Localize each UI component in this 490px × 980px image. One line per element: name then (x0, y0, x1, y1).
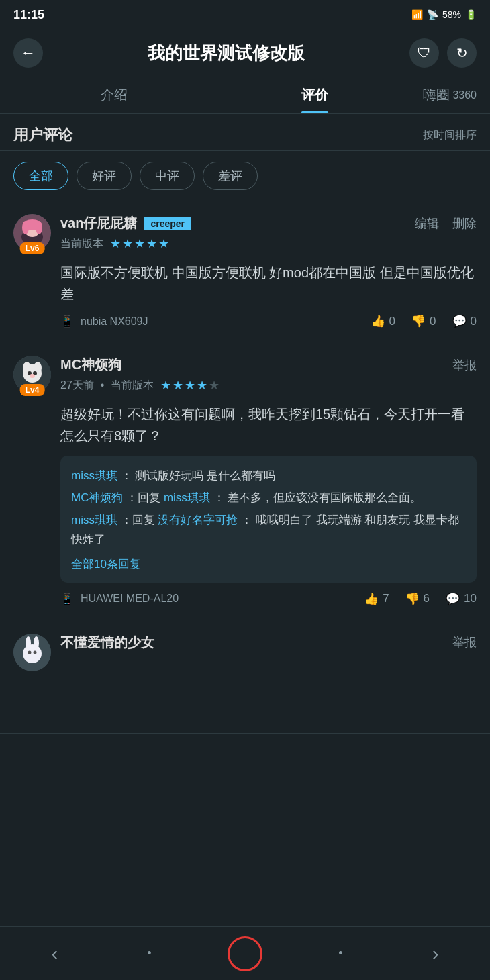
filter-all[interactable]: 全部 (13, 162, 68, 190)
like-icon-1: 👍 (371, 314, 385, 328)
dislike-count-2: 6 (424, 592, 430, 605)
stars-1: ★ ★ ★ ★ ★ (110, 236, 169, 251)
dislike-icon-1: 👎 (411, 314, 426, 328)
section-title: 用户评论 (13, 125, 72, 145)
footer-nav: ‹ • • › (0, 926, 490, 980)
status-icons: 📶 📡 58% 🔋 (411, 9, 477, 20)
reply-content-2-2: 差不多，但应该没有国际版那么全面。 (228, 491, 422, 504)
review-meta-3: 不懂爱情的少女 举报 (60, 634, 477, 656)
reply-sep-2-2b: ： (213, 491, 225, 504)
tab-review[interactable]: 评价 (214, 77, 415, 113)
like-icon-2: 👍 (364, 592, 379, 606)
dislike-count-1: 0 (430, 315, 436, 328)
svg-point-12 (30, 374, 35, 378)
avatar-wrap-1: Lv6 (13, 214, 51, 252)
nav-forward-button[interactable]: › (419, 936, 452, 971)
filter-chips: 全部 好评 中评 差评 (0, 151, 490, 201)
status-bar: 11:15 📶 📡 58% 🔋 (0, 0, 490, 30)
star-1-4: ★ (146, 236, 157, 251)
like-button-1[interactable]: 👍 0 (371, 314, 395, 328)
tab-community[interactable]: 嗨圈 3360 (415, 77, 477, 113)
review-card-1: Lv6 van仔屁屁糖 creeper 编辑 删除 当前版本 ★ ★ ★ ★ ★ (0, 201, 490, 342)
avatar-img-3 (13, 634, 51, 671)
star-1-5: ★ (158, 236, 169, 251)
device-icon-2: 📱 (60, 593, 74, 605)
back-button[interactable]: ← (13, 38, 43, 68)
like-count-2: 7 (383, 592, 389, 605)
tab-intro[interactable]: 介绍 (13, 77, 214, 113)
nav-dot-right: • (338, 946, 342, 961)
star-2-4: ★ (197, 378, 207, 393)
page-title: 我的世界测试修改版 (51, 42, 401, 65)
delete-button-1[interactable]: 删除 (452, 215, 477, 232)
svg-point-17 (28, 650, 32, 654)
comment-button-1[interactable]: 💬 0 (452, 314, 477, 328)
edit-button-1[interactable]: 编辑 (415, 215, 439, 232)
avatar-3 (13, 634, 51, 671)
report-button-3[interactable]: 举报 (452, 634, 477, 650)
reply-sep-2-3: ：回复 (121, 513, 158, 526)
review-actions-1: 编辑 删除 (415, 215, 477, 232)
alert-button[interactable]: 🛡 (409, 38, 439, 68)
svg-point-15 (26, 636, 31, 650)
refresh-button[interactable]: ↻ (447, 38, 477, 68)
level-badge-2: Lv4 (20, 384, 45, 396)
star-2-1: ★ (160, 378, 171, 393)
reply-box-2: miss琪琪 ： 测试版好玩吗 是什么都有吗 MC神烦狗 ：回复 miss琪琪 … (60, 456, 477, 583)
reply-to-2-3: 没有好名字可抢 (158, 513, 238, 526)
review-content-1: 国际版不方便联机 中国版方便联机 好mod都在中国版 但是中国版优化差 (13, 262, 477, 305)
refresh-icon: ↻ (456, 45, 468, 61)
review-name-row-3: 不懂爱情的少女 举报 (60, 634, 477, 652)
review-header-3: 不懂爱情的少女 举报 (13, 634, 477, 671)
nav-dot-left: • (147, 946, 151, 961)
alert-icon: 🛡 (418, 46, 431, 61)
comment-icon-2: 💬 (446, 592, 460, 606)
reply-to-2-2: miss琪琪 (164, 491, 210, 504)
wifi-icon: 📶 (411, 9, 423, 20)
like-count-1: 0 (389, 315, 395, 328)
battery-text: 58% (442, 9, 461, 20)
filter-negative[interactable]: 差评 (203, 162, 258, 190)
like-button-2[interactable]: 👍 7 (364, 592, 389, 606)
reviewer-name-3: 不懂爱情的少女 (60, 634, 154, 652)
review-card-2: Lv4 MC神烦狗 举报 27天前 • 当前版本 ★ ★ ★ ★ ★ 超级好玩！… (0, 342, 490, 620)
reviewer-tag-1: creeper (144, 217, 191, 230)
comment-button-2[interactable]: 💬 10 (446, 592, 477, 606)
review-meta-2: MC神烦狗 举报 27天前 • 当前版本 ★ ★ ★ ★ ★ (60, 356, 477, 395)
dislike-button-1[interactable]: 👎 0 (411, 314, 436, 328)
status-time: 11:15 (13, 8, 44, 22)
stars-2: ★ ★ ★ ★ ★ (160, 378, 219, 393)
level-badge-1: Lv6 (20, 242, 45, 254)
review-name-row-1: van仔屁屁糖 creeper 编辑 删除 (60, 214, 477, 232)
nav-back-button[interactable]: ‹ (38, 936, 71, 971)
device-icon-1: 📱 (60, 315, 74, 328)
review-content-2: 超级好玩！不过你这有问题啊，我昨天挖到15颗钻石，今天打开一看怎么只有8颗了？ (13, 403, 477, 446)
dot-sep-2: • (101, 379, 105, 391)
version-row-2: 27天前 • 当前版本 ★ ★ ★ ★ ★ (60, 378, 477, 393)
dislike-icon-2: 👎 (405, 592, 420, 606)
svg-point-5 (36, 221, 42, 234)
star-1-2: ★ (122, 236, 133, 251)
review-meta-1: van仔屁屁糖 creeper 编辑 删除 当前版本 ★ ★ ★ ★ ★ (60, 214, 477, 254)
report-button-2[interactable]: 举报 (452, 357, 477, 373)
reply-sep-2-3b: ： (241, 513, 252, 526)
vote-row-2: 👍 7 👎 6 💬 10 (364, 592, 477, 606)
reply-content-2-1: 测试版好玩吗 是什么都有吗 (135, 469, 275, 482)
reply-more-2[interactable]: 全部10条回复 (71, 556, 466, 572)
reply-line-2-3: miss琪琪 ：回复 没有好名字可抢 ： 哦哦明白了 我玩端游 和朋友玩 我显卡… (71, 511, 466, 550)
reviewer-name-1: van仔屁屁糖 (60, 214, 137, 232)
reply-sep-2-1: ： (121, 469, 132, 482)
filter-positive[interactable]: 好评 (77, 162, 132, 190)
device-name-1: nubia NX609J (81, 315, 148, 328)
dislike-button-2[interactable]: 👎 6 (405, 592, 430, 606)
sort-link[interactable]: 按时间排序 (423, 128, 477, 142)
filter-neutral[interactable]: 中评 (140, 162, 195, 190)
review-header-2: Lv4 MC神烦狗 举报 27天前 • 当前版本 ★ ★ ★ ★ ★ (13, 356, 477, 395)
avatar-wrap-2: Lv4 (13, 356, 51, 393)
section-header: 用户评论 按时间排序 (0, 114, 490, 151)
tab-bar: 介绍 评价 嗨圈 3360 (0, 77, 490, 114)
nav-home-button[interactable] (228, 936, 262, 971)
reply-from-2-3: miss琪琪 (71, 513, 117, 526)
version-label-1: 当前版本 (60, 237, 103, 251)
time-label-2: 27天前 (60, 379, 94, 393)
